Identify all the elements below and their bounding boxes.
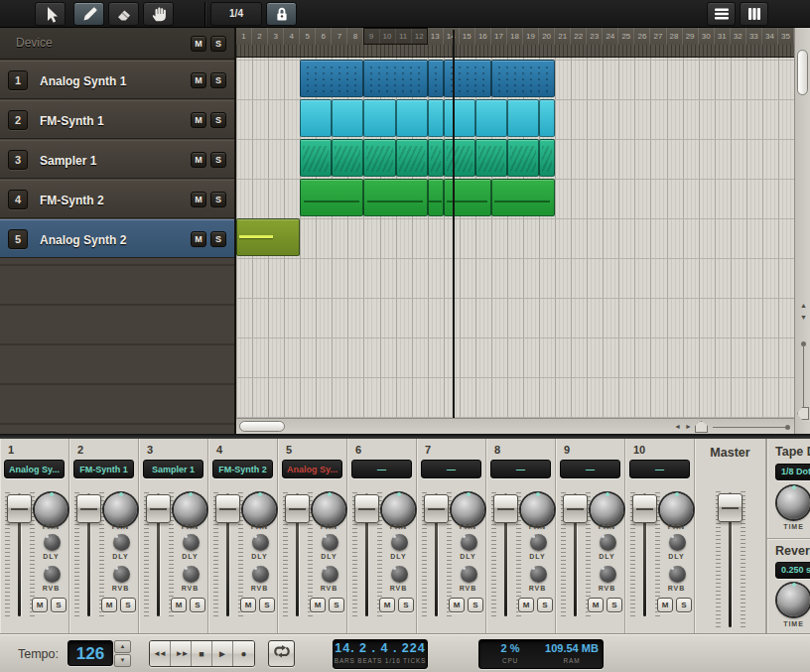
clip-track1-bar17[interactable]: [491, 60, 555, 97]
track-row-fm-synth-1[interactable]: 2FM-Synth 1MS: [0, 100, 234, 139]
ruler-bar-35[interactable]: 35: [778, 28, 794, 45]
pan-knob[interactable]: [104, 493, 137, 526]
ruler-bar-16[interactable]: 16: [475, 28, 491, 45]
reverb-time-knob[interactable]: [777, 584, 810, 616]
track-mute-button[interactable]: M: [191, 192, 206, 207]
channel-fader[interactable]: [352, 492, 382, 617]
channel-solo-button[interactable]: S: [120, 598, 136, 612]
channel-solo-button[interactable]: S: [468, 598, 483, 612]
clip-track3-bar14[interactable]: [444, 139, 475, 177]
fader-handle[interactable]: [215, 494, 240, 523]
play-button[interactable]: [212, 641, 233, 666]
channel-solo-button[interactable]: S: [259, 598, 275, 612]
clip-track1-bar14[interactable]: [444, 60, 491, 97]
clip-track2-bar7[interactable]: [332, 99, 363, 137]
reverb-send-knob[interactable]: [183, 566, 200, 583]
ruler-bar-23[interactable]: 23: [587, 28, 603, 45]
ruler-bar-4[interactable]: 4: [284, 28, 300, 45]
tempo-down-button[interactable]: ▼: [114, 654, 131, 667]
clip-track2-bar20[interactable]: [539, 99, 555, 137]
hand-tool-button[interactable]: [143, 2, 174, 26]
loop-region[interactable]: [363, 28, 427, 45]
clip-track1-bar13[interactable]: [428, 60, 444, 97]
channel-mute-button[interactable]: M: [32, 598, 48, 612]
clip-track4-bar5[interactable]: [300, 179, 363, 216]
ruler-bar-25[interactable]: 25: [618, 28, 634, 45]
ruler-bar-22[interactable]: 22: [571, 28, 587, 45]
reverb-value-display[interactable]: 0.250 s: [775, 562, 810, 579]
fader-handle[interactable]: [285, 494, 310, 523]
pan-knob[interactable]: [521, 493, 554, 526]
horizontal-zoom-home-marker[interactable]: [695, 421, 708, 433]
channel-solo-button[interactable]: S: [676, 598, 692, 612]
pan-knob[interactable]: [660, 493, 693, 526]
ruler-bar-34[interactable]: 34: [762, 28, 778, 45]
tape-delay-time-knob[interactable]: [777, 486, 810, 519]
channel-solo-button[interactable]: S: [537, 598, 553, 612]
ruler-bar-20[interactable]: 20: [539, 28, 555, 45]
ruler-bar-19[interactable]: 19: [523, 28, 539, 45]
channel-solo-button[interactable]: S: [398, 598, 414, 612]
ruler-bar-3[interactable]: 3: [268, 28, 284, 45]
delay-send-knob[interactable]: [44, 534, 61, 551]
clip-track3-bar11[interactable]: [396, 139, 428, 177]
clip-track1-bar9[interactable]: [363, 60, 427, 97]
ruler-bar-6[interactable]: 6: [316, 28, 332, 45]
columns-view-button[interactable]: [740, 2, 768, 26]
ruler-bar-1[interactable]: 1: [236, 28, 252, 45]
delay-send-knob[interactable]: [183, 534, 200, 551]
delay-send-knob[interactable]: [322, 534, 338, 551]
tempo-display[interactable]: 126: [68, 640, 113, 666]
vertical-scroll-thumb[interactable]: [797, 50, 808, 95]
tape-delay-value-display[interactable]: 1/8 Dot: [775, 464, 810, 480]
clip-track3-bar5[interactable]: [300, 139, 332, 177]
channel-fader[interactable]: [5, 492, 35, 617]
clip-track2-bar5[interactable]: [300, 99, 332, 137]
clip-track2-bar11[interactable]: [396, 99, 428, 137]
solo-all-button[interactable]: S: [210, 36, 226, 52]
channel-fader[interactable]: [144, 492, 174, 617]
scroll-down-icon[interactable]: ▼: [800, 310, 807, 326]
track-mute-button[interactable]: M: [191, 72, 206, 88]
delay-send-knob[interactable]: [113, 534, 130, 551]
clip-track2-bar13[interactable]: [428, 99, 444, 137]
clip-track3-bar7[interactable]: [332, 139, 363, 177]
pan-knob[interactable]: [243, 493, 276, 526]
rows-view-button[interactable]: [707, 2, 736, 26]
fader-handle[interactable]: [76, 494, 101, 523]
ruler-bar-27[interactable]: 27: [650, 28, 666, 45]
pan-knob[interactable]: [313, 493, 345, 526]
ruler-bar-18[interactable]: 18: [507, 28, 523, 45]
eraser-tool-button[interactable]: [108, 2, 139, 26]
clip-track5-bar1[interactable]: [236, 218, 300, 256]
scroll-left-icon[interactable]: ◄: [674, 419, 681, 435]
track-row-sampler-1[interactable]: 3Sampler 1MS: [0, 140, 234, 179]
channel-solo-button[interactable]: S: [190, 598, 205, 612]
channel-mute-button[interactable]: M: [240, 598, 256, 612]
grid-canvas[interactable]: [236, 58, 794, 418]
ruler-bar-33[interactable]: 33: [746, 28, 762, 45]
reverb-send-knob[interactable]: [461, 566, 477, 583]
channel-solo-button[interactable]: S: [51, 598, 67, 612]
channel-fader[interactable]: [561, 492, 591, 617]
delay-send-knob[interactable]: [461, 534, 477, 551]
pan-knob[interactable]: [382, 493, 415, 526]
clip-track2-bar18[interactable]: [507, 99, 539, 137]
clip-track4-bar13[interactable]: [428, 179, 444, 216]
clip-track3-bar13[interactable]: [428, 139, 444, 177]
channel-mute-button[interactable]: M: [310, 598, 326, 612]
track-row-fm-synth-2[interactable]: 4FM-Synth 2MS: [0, 180, 234, 218]
fader-handle[interactable]: [563, 494, 588, 523]
ruler-bar-29[interactable]: 29: [683, 28, 699, 45]
track-row-analog-synth-1[interactable]: 1Analog Synth 1MS: [0, 61, 234, 99]
select-tool-button[interactable]: [35, 2, 66, 26]
clip-track3-bar18[interactable]: [507, 139, 539, 177]
master-fader-handle[interactable]: [718, 493, 742, 522]
master-fader[interactable]: [716, 491, 745, 628]
reverb-send-knob[interactable]: [113, 566, 130, 583]
track-mute-button[interactable]: M: [191, 112, 206, 128]
channel-fader[interactable]: [422, 492, 452, 617]
pan-knob[interactable]: [35, 493, 68, 526]
rewind-button[interactable]: [150, 641, 171, 666]
delay-send-knob[interactable]: [530, 534, 547, 551]
